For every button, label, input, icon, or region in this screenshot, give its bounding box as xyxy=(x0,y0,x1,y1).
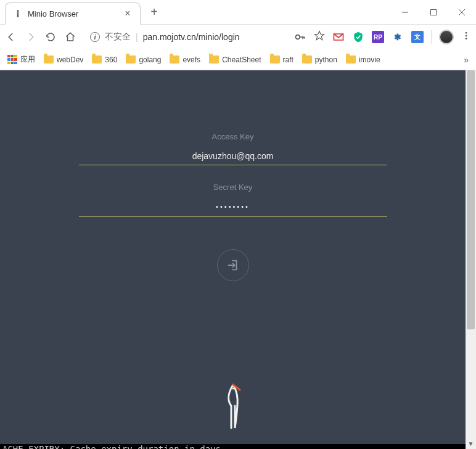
maximize-button[interactable] xyxy=(419,2,448,22)
folder-icon xyxy=(92,56,102,64)
adblock-icon[interactable] xyxy=(352,31,364,43)
access-key-label: Access Key xyxy=(79,132,387,141)
gmail-icon[interactable] xyxy=(332,31,345,43)
folder-icon xyxy=(209,56,219,64)
bookmark-folder[interactable]: webDev xyxy=(44,56,83,64)
scroll-down-icon[interactable]: ▼ xyxy=(466,439,476,449)
asterisk-extension-icon[interactable]: ✱ xyxy=(392,31,404,43)
folder-icon xyxy=(270,56,280,64)
svg-point-6 xyxy=(466,35,467,37)
svg-point-4 xyxy=(296,35,300,39)
menu-icon[interactable] xyxy=(461,31,471,43)
security-text: 不安全 xyxy=(105,31,131,43)
secret-key-label: Secret Key xyxy=(79,183,387,192)
svg-point-7 xyxy=(466,38,467,39)
password-key-icon[interactable] xyxy=(294,31,306,43)
separator: | xyxy=(136,32,138,42)
titlebar: Minio Browser × + xyxy=(0,0,476,25)
scrollbar-thumb[interactable] xyxy=(467,70,475,329)
svg-point-8 xyxy=(232,388,234,390)
folder-icon xyxy=(346,56,356,64)
info-icon[interactable]: i xyxy=(90,32,100,42)
profile-avatar[interactable] xyxy=(439,30,454,44)
minimize-button[interactable] xyxy=(391,2,419,22)
rp-extension-icon[interactable]: RP xyxy=(372,31,384,43)
omnibox[interactable]: i 不安全 | pan.mojotv.cn/minio/login xyxy=(84,28,287,46)
folder-icon xyxy=(44,56,54,64)
apps-label: 应用 xyxy=(20,54,35,65)
bookmark-folder[interactable]: golang xyxy=(126,56,161,64)
svg-point-5 xyxy=(466,32,467,34)
folder-icon xyxy=(170,56,179,64)
access-key-input[interactable] xyxy=(79,147,387,165)
svg-rect-1 xyxy=(431,9,437,15)
separator xyxy=(431,30,432,44)
secret-key-field: Secret Key •••••••• xyxy=(79,183,387,217)
tab-title: Minio Browser xyxy=(28,9,123,19)
close-tab-icon[interactable]: × xyxy=(123,9,133,19)
bookmark-folder[interactable]: 360 xyxy=(92,56,117,64)
bookmarks-overflow-icon[interactable]: » xyxy=(464,55,469,65)
minio-login-page: Access Key Secret Key •••••••• xyxy=(0,70,466,449)
browser-tab[interactable]: Minio Browser × xyxy=(5,2,141,25)
address-bar: i 不安全 | pan.mojotv.cn/minio/login RP ✱ 文 xyxy=(0,25,476,49)
folder-icon xyxy=(302,56,312,64)
content-area: Access Key Secret Key •••••••• ▲ ▼ xyxy=(0,70,476,449)
bookmark-star-icon[interactable] xyxy=(314,30,325,44)
bookmark-folder[interactable]: CheatSheet xyxy=(209,56,261,64)
folder-icon xyxy=(126,56,136,64)
reload-button[interactable] xyxy=(44,31,57,43)
forward-button[interactable] xyxy=(25,31,37,43)
minio-logo-icon xyxy=(219,382,247,432)
secret-key-input[interactable]: •••••••• xyxy=(79,198,387,217)
login-button[interactable] xyxy=(217,249,249,281)
access-key-field: Access Key xyxy=(79,132,387,165)
close-window-button[interactable] xyxy=(448,2,476,22)
back-button[interactable] xyxy=(5,31,17,43)
bookmark-folder[interactable]: imovie xyxy=(346,56,380,64)
translate-extension-icon[interactable]: 文 xyxy=(411,31,424,43)
apps-bookmark[interactable]: 应用 xyxy=(7,54,35,65)
login-form: Access Key Secret Key •••••••• xyxy=(79,132,387,281)
terminal-fragment: ACHE EXPIRY: Cache expiry duration in da… xyxy=(0,444,466,449)
new-tab-button[interactable]: + xyxy=(146,4,163,21)
apps-grid-icon xyxy=(7,55,17,65)
bookmark-folder[interactable]: python xyxy=(302,56,337,64)
scrollbar[interactable]: ▲ ▼ xyxy=(466,70,476,449)
url-text: pan.mojotv.cn/minio/login xyxy=(143,32,240,42)
bookmark-folder[interactable]: raft xyxy=(270,56,293,64)
sign-in-icon xyxy=(226,258,240,272)
bookmark-folder[interactable]: evefs xyxy=(170,56,200,64)
home-button[interactable] xyxy=(64,31,76,43)
window-controls xyxy=(391,2,476,22)
minio-favicon-icon xyxy=(13,9,23,19)
bookmarks-bar: 应用 webDev 360 golang evefs CheatSheet ra… xyxy=(0,49,476,70)
